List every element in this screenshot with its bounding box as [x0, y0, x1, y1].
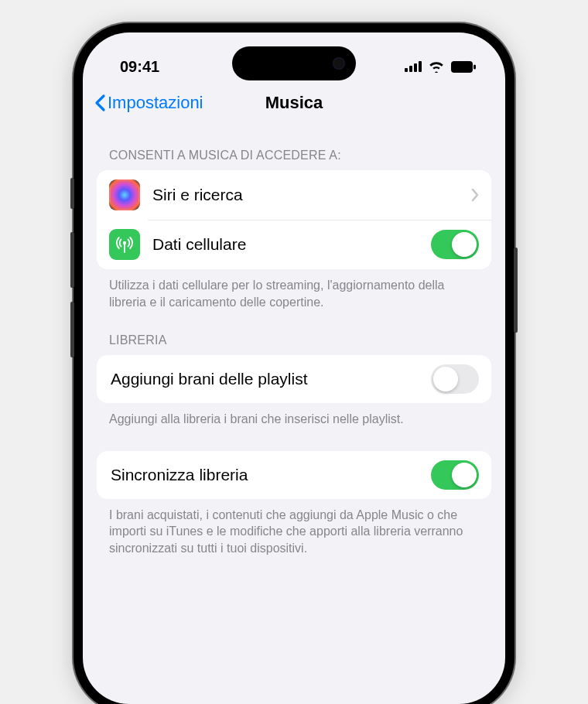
toggle-knob [452, 232, 477, 257]
row-sync-library: Sincronizza libreria [97, 451, 491, 499]
toggle-knob [452, 463, 477, 487]
row-label: Dati cellulare [152, 235, 431, 254]
row-siri-search[interactable]: Siri e ricerca [97, 170, 491, 220]
nav-bar: Impostazioni Musica [83, 84, 505, 124]
section-footer-add-playlist: Aggiungi alla libreria i brani che inser… [83, 403, 505, 434]
toggle-knob [433, 367, 458, 391]
screen: 09:41 [83, 32, 505, 704]
group-access: Siri e ricerca [97, 170, 491, 269]
dynamic-island [232, 46, 356, 80]
svg-rect-1 [409, 66, 412, 72]
camera-icon [333, 57, 345, 70]
row-label: Sincronizza libreria [111, 466, 431, 484]
back-label: Impostazioni [108, 93, 203, 113]
svg-rect-0 [405, 68, 408, 72]
phone-frame: 09:41 [74, 23, 514, 704]
svg-rect-4 [451, 61, 473, 73]
section-footer-access: Utilizza i dati cellulare per lo streami… [83, 269, 505, 316]
section-footer-sync: I brani acquistati, i contenuti che aggi… [83, 499, 505, 563]
group-sync-library: Sincronizza libreria [97, 451, 491, 499]
row-cellular-data: Dati cellulare [97, 220, 491, 269]
toggle-cellular-data[interactable] [431, 230, 479, 259]
page-title: Musica [265, 93, 323, 113]
row-label: Siri e ricerca [152, 186, 471, 204]
status-indicators [405, 60, 476, 73]
siri-icon [109, 179, 140, 210]
antenna-icon [109, 229, 140, 260]
settings-content: CONSENTI A MUSICA DI ACCEDERE A: Siri e … [83, 124, 505, 563]
wifi-icon [428, 60, 445, 73]
side-button [70, 178, 74, 209]
volume-up-button [70, 232, 74, 288]
svg-rect-5 [473, 64, 476, 69]
volume-down-button [70, 302, 74, 357]
svg-rect-3 [419, 61, 422, 72]
status-time: 09:41 [120, 58, 159, 76]
cellular-signal-icon [405, 61, 422, 72]
chevron-left-icon [94, 94, 106, 112]
section-header-library: LIBRERIA [83, 316, 505, 355]
svg-rect-2 [414, 63, 417, 72]
battery-icon [451, 61, 476, 73]
row-label: Aggiungi brani delle playlist [111, 370, 431, 388]
group-add-playlist: Aggiungi brani delle playlist [97, 355, 491, 403]
row-add-playlist-songs: Aggiungi brani delle playlist [97, 355, 491, 403]
section-header-access: CONSENTI A MUSICA DI ACCEDERE A: [83, 132, 505, 170]
back-button[interactable]: Impostazioni [94, 93, 203, 113]
chevron-right-icon [471, 188, 479, 202]
power-button [514, 248, 518, 333]
toggle-add-playlist-songs[interactable] [431, 364, 479, 394]
toggle-sync-library[interactable] [431, 460, 479, 490]
